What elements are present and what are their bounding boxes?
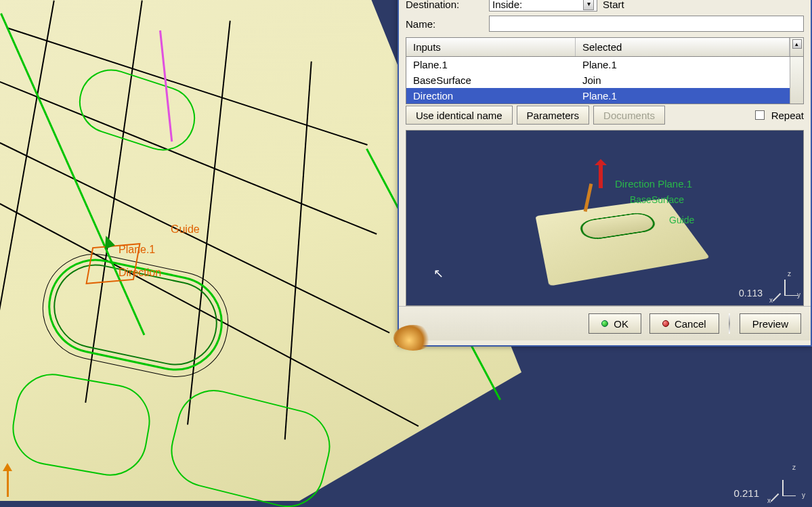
- preview-axis-red-icon: [599, 161, 603, 188]
- destination-select[interactable]: Inside: ▾: [489, 0, 597, 12]
- preview-slot: [578, 211, 660, 241]
- documents-button: Documents: [593, 106, 665, 125]
- chevron-down-icon[interactable]: ▾: [583, 0, 594, 10]
- cancel-button[interactable]: Cancel: [649, 313, 719, 334]
- preview-label-guide: Guide: [669, 215, 694, 225]
- green-bullet-icon: [601, 320, 608, 327]
- preview-label-basesurface: BaseSurface: [630, 194, 684, 205]
- preview-surface: [535, 198, 710, 286]
- preview-axis-triad-icon: z y x: [771, 273, 798, 300]
- preview-scale: 0.113: [739, 288, 763, 299]
- sun-decoration-icon: [393, 325, 433, 351]
- cursor-icon: ↖: [433, 266, 444, 281]
- preview-axis-orange-icon: [584, 183, 593, 212]
- repeat-checkbox[interactable]: [755, 110, 765, 120]
- label-guide: Guide: [171, 223, 200, 236]
- viewport-scale: 0.211: [733, 487, 759, 499]
- repeat-label: Repeat: [771, 110, 804, 121]
- parameters-button[interactable]: Parameters: [517, 106, 590, 125]
- preview-viewport[interactable]: DirectionPlane.1 BaseSurface Guide ↖ 0.1…: [406, 130, 804, 306]
- destination-suffix: Start: [603, 0, 624, 10]
- red-bullet-icon: [662, 320, 669, 327]
- col-selected[interactable]: Selected: [576, 38, 790, 56]
- preview-button[interactable]: Preview: [740, 313, 801, 334]
- preview-label-direction: DirectionPlane.1: [615, 178, 692, 190]
- orange-axis-icon: [7, 467, 9, 497]
- label-plane: Plane.1: [119, 244, 155, 256]
- instantiate-dialog: Destination: Inside: ▾ Start Name: Input…: [398, 0, 812, 347]
- destination-value: Inside:: [492, 0, 522, 10]
- use-identical-name-button[interactable]: Use identical name: [406, 106, 513, 125]
- separator: [729, 313, 730, 334]
- table-row[interactable]: BaseSurface Join: [406, 72, 790, 88]
- ok-button[interactable]: OK: [589, 313, 641, 334]
- destination-label: Destination:: [406, 0, 484, 10]
- scroll-up-icon[interactable]: ▴: [792, 39, 802, 49]
- name-label: Name:: [406, 18, 484, 30]
- col-inputs[interactable]: Inputs: [406, 38, 576, 56]
- name-input[interactable]: [489, 16, 804, 32]
- dialog-footer: OK Cancel Preview: [399, 306, 811, 340]
- table-row-selected[interactable]: Direction Plane.1: [406, 88, 790, 104]
- inputs-table: Inputs Selected ▴ Plane.1 Plane.1 BaseSu…: [406, 37, 804, 104]
- table-row[interactable]: Plane.1 Plane.1: [406, 57, 790, 72]
- label-direction: Direction: [119, 267, 161, 279]
- viewport-axis-triad-icon: z y x: [769, 466, 803, 500]
- orange-axis-arrow-icon: [3, 458, 12, 471]
- scrollbar[interactable]: [790, 57, 803, 104]
